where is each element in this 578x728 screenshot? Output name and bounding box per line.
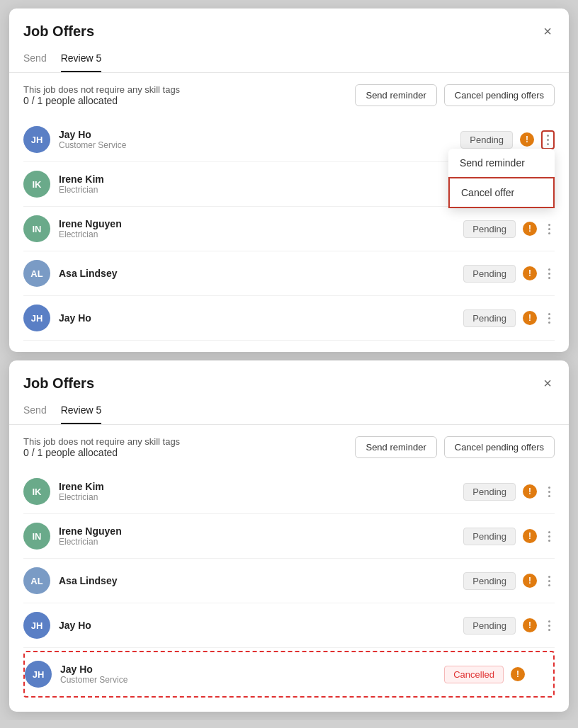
status-badge-cancelled: Cancelled bbox=[444, 666, 504, 683]
action-buttons-2: Send reminder Cancel pending offers bbox=[355, 436, 555, 458]
send-reminder-dropdown-item[interactable]: Send reminder bbox=[448, 149, 555, 177]
status-badge: Pending bbox=[463, 572, 516, 590]
job-offers-modal-2: Job Offers × Send Review 5 This job does… bbox=[9, 360, 569, 712]
table-row: JH Jay Ho Customer Service Pending ! Sen… bbox=[23, 118, 555, 162]
info-bar-1: This job does not require any skill tags… bbox=[23, 84, 555, 106]
table-row: IN Irene Nguyen Electrician Pending ! bbox=[23, 514, 555, 559]
close-button-1[interactable]: × bbox=[540, 21, 555, 41]
action-buttons-1: Send reminder Cancel pending offers bbox=[355, 84, 555, 106]
status-badge: Pending bbox=[463, 309, 516, 327]
table-row: IK Irene Kim Electrician Pending ! bbox=[23, 470, 555, 514]
person-info: Jay Ho bbox=[59, 312, 463, 324]
cancel-pending-btn-1[interactable]: Cancel pending offers bbox=[444, 84, 555, 106]
more-options-button[interactable] bbox=[544, 310, 555, 326]
more-options-button[interactable] bbox=[544, 484, 555, 500]
table-row: AL Asa Lindsey Pending ! bbox=[23, 251, 555, 296]
person-info: Jay Ho Customer Service bbox=[60, 664, 444, 685]
person-info: Irene Nguyen Electrician bbox=[59, 218, 463, 239]
more-options-button[interactable] bbox=[544, 528, 555, 545]
avatar: AL bbox=[23, 567, 50, 594]
warning-icon: ! bbox=[523, 311, 537, 325]
tabs-1: Send Review 5 bbox=[9, 41, 569, 73]
avatar: IK bbox=[23, 478, 50, 505]
info-text-1: This job does not require any skill tags… bbox=[23, 84, 180, 106]
status-badge: Pending bbox=[463, 528, 516, 545]
table-row: JH Jay Ho Pending ! bbox=[23, 603, 555, 648]
modal-title-1: Job Offers bbox=[23, 23, 94, 40]
warning-icon: ! bbox=[523, 222, 537, 236]
cancel-offer-dropdown-item[interactable]: Cancel offer bbox=[448, 177, 555, 208]
avatar: JH bbox=[23, 612, 50, 639]
person-list-1: JH Jay Ho Customer Service Pending ! Sen… bbox=[23, 118, 555, 341]
more-options-button[interactable] bbox=[544, 266, 555, 282]
person-info: Jay Ho Customer Service bbox=[59, 129, 460, 150]
close-button-2[interactable]: × bbox=[540, 373, 555, 393]
tab-review-1[interactable]: Review 5 bbox=[61, 47, 102, 72]
person-info: Irene Nguyen Electrician bbox=[59, 525, 463, 547]
avatar: JH bbox=[23, 126, 50, 153]
info-text-2: This job does not require any skill tags… bbox=[23, 436, 180, 458]
cancel-pending-btn-2[interactable]: Cancel pending offers bbox=[444, 436, 555, 458]
status-badge: Pending bbox=[460, 131, 513, 149]
modal-header-2: Job Offers × bbox=[9, 360, 569, 393]
table-row: AL Asa Lindsey Pending ! bbox=[23, 559, 555, 603]
avatar: IK bbox=[23, 171, 50, 198]
warning-icon: ! bbox=[523, 266, 537, 280]
tabs-2: Send Review 5 bbox=[9, 393, 569, 425]
avatar: IN bbox=[23, 215, 50, 242]
person-info: Asa Lindsey bbox=[59, 268, 463, 279]
modal-header-1: Job Offers × bbox=[9, 8, 569, 41]
person-info: Jay Ho bbox=[59, 620, 463, 631]
warning-icon: ! bbox=[520, 132, 534, 147]
status-badge: Pending bbox=[463, 483, 516, 501]
warning-icon: ! bbox=[523, 484, 537, 499]
warning-icon: ! bbox=[523, 574, 537, 588]
avatar: AL bbox=[23, 260, 50, 287]
tab-send-2[interactable]: Send bbox=[23, 399, 47, 424]
modal-body-1: This job does not require any skill tags… bbox=[9, 73, 569, 352]
person-info: Asa Lindsey bbox=[59, 575, 463, 586]
modal-title-2: Job Offers bbox=[23, 375, 94, 392]
table-row-cancelled: JH Jay Ho Customer Service Cancelled ! bbox=[23, 651, 555, 698]
warning-icon: ! bbox=[523, 618, 537, 632]
status-badge: Pending bbox=[463, 220, 516, 238]
info-bar-2: This job does not require any skill tags… bbox=[23, 436, 555, 458]
warning-icon: ! bbox=[511, 667, 525, 681]
more-options-button[interactable] bbox=[544, 573, 555, 589]
more-options-button[interactable] bbox=[541, 130, 555, 149]
tab-send-1[interactable]: Send bbox=[23, 47, 47, 72]
send-reminder-btn-2[interactable]: Send reminder bbox=[355, 436, 436, 458]
avatar: JH bbox=[25, 661, 52, 688]
avatar: JH bbox=[23, 305, 50, 331]
table-row: JH Jay Ho Pending ! bbox=[23, 296, 555, 341]
more-options-button[interactable] bbox=[544, 221, 555, 237]
tab-review-2[interactable]: Review 5 bbox=[61, 399, 102, 424]
send-reminder-btn-1[interactable]: Send reminder bbox=[355, 84, 436, 106]
table-row: IN Irene Nguyen Electrician Pending ! bbox=[23, 207, 555, 251]
warning-icon: ! bbox=[523, 529, 537, 543]
person-info: Irene Kim Electrician bbox=[59, 481, 463, 502]
more-options-button[interactable] bbox=[544, 618, 555, 634]
avatar: IN bbox=[23, 523, 50, 550]
person-list-2: IK Irene Kim Electrician Pending ! IN Ir… bbox=[23, 470, 555, 700]
status-badge: Pending bbox=[463, 617, 516, 635]
dropdown-menu: Send reminder Cancel offer bbox=[448, 149, 555, 208]
modal-body-2: This job does not require any skill tags… bbox=[9, 425, 569, 712]
job-offers-modal-1: Job Offers × Send Review 5 This job does… bbox=[9, 8, 569, 352]
status-badge: Pending bbox=[463, 265, 516, 283]
person-info: Irene Kim Electrician bbox=[59, 174, 463, 195]
